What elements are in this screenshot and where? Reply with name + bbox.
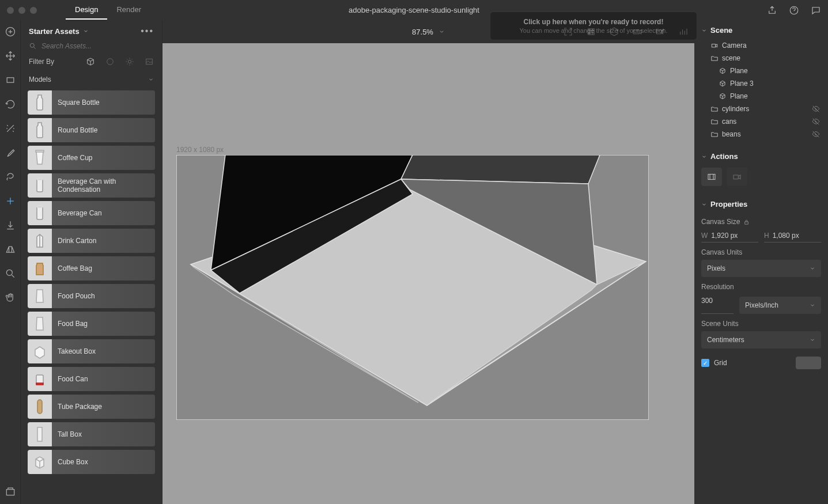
canvas-size-label: Canvas Size <box>701 218 740 226</box>
tree-label: beans <box>722 130 741 138</box>
svg-rect-16 <box>37 400 42 414</box>
height-input[interactable]: H1,080 px <box>764 229 821 242</box>
asset-label: Food Bag <box>52 312 155 336</box>
scene-section-header[interactable]: Scene <box>694 20 828 38</box>
help-icon[interactable] <box>789 5 799 16</box>
asset-item[interactable]: Drink Carton <box>28 229 155 253</box>
asset-label: Beverage Can with Condensation <box>52 173 155 198</box>
asset-item[interactable]: Tall Box <box>28 422 155 446</box>
hand-tool[interactable] <box>5 292 16 304</box>
frame-tool[interactable] <box>5 74 16 86</box>
filter-materials-icon[interactable] <box>105 57 115 66</box>
canvas-units-select[interactable]: Pixels <box>701 260 821 277</box>
comment-icon[interactable] <box>811 5 821 16</box>
svg-rect-9 <box>36 150 44 152</box>
asset-thumbnail <box>28 284 52 308</box>
asset-item[interactable]: Food Bag <box>28 312 155 336</box>
chevron-down-icon <box>148 77 154 82</box>
visibility-off-icon[interactable] <box>812 130 820 138</box>
tree-label: Camera <box>722 41 747 50</box>
asset-label: Drink Carton <box>52 229 155 253</box>
models-dropdown[interactable]: Models <box>21 71 162 88</box>
lasso-tool[interactable] <box>5 171 16 183</box>
plus-tool[interactable] <box>5 195 16 207</box>
library-tool[interactable] <box>5 486 16 497</box>
minimize-window[interactable] <box>18 7 25 14</box>
properties-section-header[interactable]: Properties <box>694 194 828 212</box>
mode-tabs: Design Render <box>66 1 150 20</box>
asset-item[interactable]: Beverage Can with Condensation <box>28 173 155 198</box>
tree-label: Plane <box>730 92 748 100</box>
move-tool[interactable] <box>5 50 16 62</box>
asset-label: Takeout Box <box>52 339 155 363</box>
tab-render[interactable]: Render <box>107 1 150 20</box>
asset-thumbnail <box>28 339 52 363</box>
chevron-down-icon <box>810 266 815 271</box>
tree-row[interactable]: cans <box>699 115 823 128</box>
svg-point-7 <box>128 60 131 63</box>
asset-item[interactable]: Food Pouch <box>28 284 155 308</box>
close-window[interactable] <box>7 7 14 14</box>
viewport[interactable]: 87.5% 1920 x 1080 px <box>162 20 694 504</box>
grid-checkbox[interactable]: ✓ <box>701 359 709 367</box>
filter-models-icon[interactable] <box>86 57 95 66</box>
asset-label: Food Can <box>52 367 155 391</box>
tree-row[interactable]: cylinders <box>699 103 823 115</box>
lock-icon[interactable] <box>743 219 750 225</box>
width-input[interactable]: W1,920 px <box>701 229 758 242</box>
chevron-down-icon <box>701 202 707 207</box>
asset-item[interactable]: Takeout Box <box>28 339 155 363</box>
panel-more-icon[interactable]: ••• <box>141 26 154 36</box>
filter-lights-icon[interactable] <box>125 57 134 66</box>
action-frame-button[interactable] <box>701 168 722 186</box>
resolution-units-select[interactable]: Pixels/Inch <box>739 297 821 314</box>
asset-item[interactable]: Coffee Cup <box>28 146 155 170</box>
filter-images-icon[interactable] <box>145 57 154 66</box>
asset-item[interactable]: Square Bottle <box>28 90 155 115</box>
svg-point-5 <box>30 43 34 47</box>
tab-design[interactable]: Design <box>66 1 107 20</box>
asset-thumbnail <box>28 201 52 225</box>
asset-label: Round Bottle <box>52 118 155 142</box>
search-input[interactable] <box>41 42 154 50</box>
svg-rect-17 <box>37 427 42 441</box>
asset-item[interactable]: Cube Box <box>28 450 155 474</box>
asset-item[interactable]: Tube Package <box>28 395 155 419</box>
asset-label: Tall Box <box>52 422 155 446</box>
tree-label: Plane 3 <box>730 79 754 88</box>
scene-units-select[interactable]: Centimeters <box>701 331 821 348</box>
grid-color-swatch[interactable] <box>796 357 821 369</box>
zoom-dropdown[interactable]: 87.5% <box>406 24 451 40</box>
svg-point-6 <box>107 59 114 65</box>
resolution-input[interactable]: 300 <box>701 294 734 314</box>
actions-section-header[interactable]: Actions <box>694 146 828 164</box>
tree-row[interactable]: Plane 3 <box>699 77 823 90</box>
asset-label: Cube Box <box>52 450 155 474</box>
tree-row[interactable]: Camera <box>699 39 823 52</box>
add-tool[interactable] <box>5 26 16 37</box>
eyedropper-tool[interactable] <box>5 147 16 158</box>
asset-item[interactable]: Beverage Can <box>28 201 155 225</box>
asset-thumbnail <box>28 173 52 198</box>
svg-point-13 <box>37 206 43 208</box>
tree-row[interactable]: scene <box>699 52 823 65</box>
assets-panel-title[interactable]: Starter Assets <box>29 27 89 36</box>
action-camera-button[interactable] <box>727 168 747 186</box>
tree-row[interactable]: Plane <box>699 90 823 103</box>
asset-list[interactable]: Square BottleRound BottleCoffee CupBever… <box>21 88 162 504</box>
asset-item[interactable]: Coffee Bag <box>28 256 155 281</box>
wand-tool[interactable] <box>5 123 16 134</box>
ground-tool[interactable] <box>5 219 16 231</box>
maximize-window[interactable] <box>30 7 37 14</box>
visibility-off-icon[interactable] <box>812 118 820 126</box>
tree-row[interactable]: Plane <box>699 65 823 77</box>
search-tool[interactable] <box>5 268 16 279</box>
rotate-tool[interactable] <box>5 98 16 110</box>
scene-tree: CamerascenePlanePlane 3Planecylinderscan… <box>694 38 828 146</box>
perspective-tool[interactable] <box>5 244 16 255</box>
tree-row[interactable]: beans <box>699 128 823 141</box>
visibility-off-icon[interactable] <box>812 105 820 113</box>
share-icon[interactable] <box>767 5 777 16</box>
asset-item[interactable]: Food Can <box>28 367 155 391</box>
asset-item[interactable]: Round Bottle <box>28 118 155 142</box>
